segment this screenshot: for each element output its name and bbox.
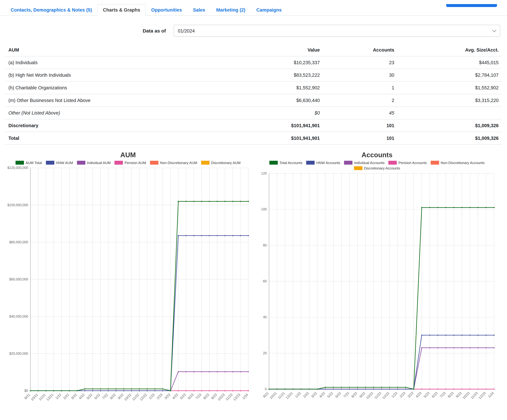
legend-swatch <box>15 161 24 165</box>
aum-chart: AUM AUM TotalHNW AUMIndividual AUMPensio… <box>7 149 250 407</box>
legend-item[interactable]: Individual AUM <box>77 161 111 165</box>
svg-text:2/22: 2/22 <box>63 393 70 400</box>
legend-swatch <box>114 161 123 165</box>
tab-contacts-demographics-notes[interactable]: Contacts, Demographics & Notes (5) <box>5 4 98 16</box>
svg-text:4/22: 4/22 <box>318 391 326 399</box>
tab-sales[interactable]: Sales <box>188 4 211 16</box>
legend-swatch <box>269 161 278 165</box>
svg-text:12/22: 12/22 <box>139 393 148 401</box>
svg-text:9/23: 9/23 <box>210 393 218 400</box>
cell-accounts: 101 <box>323 119 398 132</box>
legend-label: HNW Accounts <box>316 161 340 165</box>
legend-item[interactable]: Individual Accounts <box>344 161 385 165</box>
svg-text:7/22: 7/22 <box>101 393 109 400</box>
tab-campaigns[interactable]: Campaigns <box>251 4 287 16</box>
accounts-chart: Accounts Total AccountsHNW AccountsIndiv… <box>257 149 497 405</box>
legend-swatch <box>431 161 439 165</box>
legend-item[interactable]: HNW Accounts <box>306 161 340 165</box>
svg-text:12/21: 12/21 <box>45 393 54 401</box>
cell-accounts: 101 <box>323 132 398 145</box>
svg-text:7/23: 7/23 <box>195 393 202 400</box>
svg-text:1/22: 1/22 <box>294 391 302 399</box>
svg-text:6/22: 6/22 <box>335 391 342 399</box>
svg-text:11/21: 11/21 <box>38 393 46 401</box>
legend-label: Discretionary AUM <box>211 161 240 165</box>
data-as-of-row: Data as of 01/2024 <box>0 25 507 37</box>
svg-text:5/23: 5/23 <box>423 391 430 399</box>
svg-text:1/24: 1/24 <box>487 391 494 399</box>
cell-value: $101,941,901 <box>244 119 323 132</box>
cell-avg-size: $3,315,220 <box>398 94 502 107</box>
cell-accounts: 45 <box>323 107 398 119</box>
tab-opportunities[interactable]: Opportunities <box>146 4 188 16</box>
legend-label: HNW AUM <box>56 161 73 165</box>
legend-label: Individual AUM <box>87 161 111 165</box>
legend-label: Pension AUM <box>125 161 146 165</box>
cell-accounts: 2 <box>323 94 398 107</box>
column-header-avg-size: Avg. Size/Acct. <box>398 44 502 56</box>
legend-item[interactable]: Discretionary Accounts <box>354 166 400 170</box>
svg-text:10/22: 10/22 <box>365 391 374 400</box>
svg-text:9/21: 9/21 <box>24 393 31 400</box>
svg-text:9/21: 9/21 <box>262 391 269 399</box>
legend-label: Non-Discretionary Accounts <box>441 161 485 165</box>
svg-text:2/23: 2/23 <box>399 391 406 399</box>
svg-text:11/23: 11/23 <box>470 391 479 400</box>
svg-text:1/23: 1/23 <box>148 393 155 400</box>
cell-value: $101,941,901 <box>244 132 323 145</box>
legend-swatch <box>150 161 158 165</box>
legend-item[interactable]: Total Accounts <box>269 161 302 165</box>
svg-text:8/22: 8/22 <box>109 393 117 400</box>
table-row-charitable-organizations: (h) Charitable Organizations $1,552,902 … <box>5 82 502 94</box>
legend-item[interactable]: Pension AUM <box>114 161 146 165</box>
page: Contacts, Demographics & Notes (5) Chart… <box>0 4 507 420</box>
table-row-other-not-listed: Other (Not Listed Above) $0 45 <box>5 107 502 119</box>
svg-text:2/23: 2/23 <box>156 393 163 400</box>
svg-text:3/23: 3/23 <box>407 391 414 399</box>
column-header-value: Value <box>244 44 323 56</box>
aum-table: AUM Value Accounts Avg. Size/Acct. (a) I… <box>5 44 502 145</box>
legend-swatch <box>344 161 353 165</box>
data-as-of-select-wrap: 01/2024 <box>174 25 500 37</box>
tab-charts-graphs[interactable]: Charts & Graphs <box>98 4 146 16</box>
cell-avg-size <box>398 107 502 119</box>
svg-text:8/22: 8/22 <box>351 391 358 399</box>
svg-text:$60,000,000: $60,000,000 <box>9 277 28 281</box>
svg-text:$100,000,000: $100,000,000 <box>7 203 28 207</box>
svg-text:9/23: 9/23 <box>455 391 462 399</box>
svg-text:20: 20 <box>263 351 267 355</box>
tab-marketing[interactable]: Marketing (2) <box>211 4 251 16</box>
legend-item[interactable]: AUM Total <box>15 161 42 165</box>
cell-accounts: 1 <box>323 82 398 94</box>
legend-swatch <box>46 161 54 165</box>
cell-value: $10,235,337 <box>244 56 323 69</box>
cell-value: $0 <box>244 107 323 119</box>
svg-text:10/21: 10/21 <box>30 393 39 401</box>
cell-value: $83,523,222 <box>244 69 323 82</box>
legend-item[interactable]: Non-Discretionary AUM <box>150 161 197 165</box>
column-header-accounts: Accounts <box>323 44 398 56</box>
table-row-hnw-individuals: (b) High Net Worth Individuals $83,523,2… <box>5 69 502 82</box>
svg-text:12/23: 12/23 <box>232 393 241 401</box>
legend-item[interactable]: Discretionary AUM <box>201 161 240 165</box>
table-header-row: AUM Value Accounts Avg. Size/Acct. <box>5 44 502 56</box>
legend-item[interactable]: Pension Accounts <box>388 161 427 165</box>
data-as-of-select[interactable]: 01/2024 <box>174 25 500 37</box>
legend-item[interactable]: HNW AUM <box>46 161 73 165</box>
accounts-chart-title: Accounts <box>257 151 497 159</box>
svg-text:8/23: 8/23 <box>203 393 210 400</box>
legend-label: Individual Accounts <box>354 161 385 165</box>
top-right-button-partial[interactable] <box>446 4 497 7</box>
legend-swatch <box>354 166 362 170</box>
svg-text:$20,000,000: $20,000,000 <box>9 351 28 355</box>
svg-text:12/23: 12/23 <box>478 391 486 400</box>
table-row-discretionary: Discretionary $101,941,901 101 $1,009,32… <box>5 119 502 132</box>
legend-item[interactable]: Non-Discretionary Accounts <box>431 161 485 165</box>
svg-text:10/23: 10/23 <box>462 391 470 400</box>
cell-aum-label: Discretionary <box>5 119 244 132</box>
svg-text:6/23: 6/23 <box>431 391 438 399</box>
svg-text:9/22: 9/22 <box>359 391 366 399</box>
svg-text:40: 40 <box>263 315 267 319</box>
svg-text:3/22: 3/22 <box>70 393 77 400</box>
legend-label: Pension Accounts <box>399 161 427 165</box>
